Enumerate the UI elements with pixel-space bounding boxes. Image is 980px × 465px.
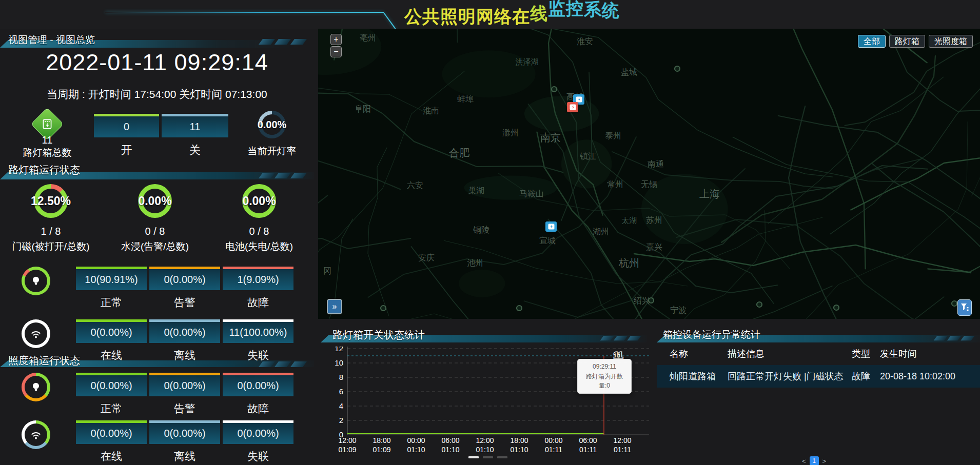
carousel-dot-3[interactable]: [497, 456, 507, 458]
page-title-part: 线: [530, 2, 548, 26]
status-value: 0(0.00%): [76, 375, 147, 396]
table-cell: 回路正常开灯失败 |门磁状态: [728, 370, 852, 382]
page-title-part: 控: [566, 0, 584, 21]
map-layer-button-lamp-box[interactable]: 路灯箱: [889, 35, 925, 48]
map-road: [928, 242, 980, 272]
status-value: 11(100.00%): [223, 322, 293, 343]
map-layer-buttons: 全部路灯箱光照度箱: [858, 35, 973, 48]
table-cell: 20-08-18 10:02:00: [880, 371, 980, 382]
chart-x-tick-label: 00:0001:10: [407, 436, 425, 454]
sensor-donut-ratio: 0 / 8: [124, 226, 186, 237]
decor-slashes: [261, 361, 305, 367]
wifi-status-ring: [22, 319, 50, 348]
status-ring-hole: [25, 376, 47, 398]
cycle-info: 当周期 : 开灯时间 17:54:00 关灯时间 07:13:00: [0, 87, 314, 102]
map-city-label: 阜阳: [355, 104, 371, 115]
lamp-box-alarm-marker[interactable]: [567, 102, 578, 112]
page-title-part: 监: [548, 0, 566, 21]
map-zoom-out-button[interactable]: −: [330, 46, 342, 57]
map-city-label: 滁州: [502, 128, 519, 138]
map-city-label: 淮南: [423, 106, 439, 116]
map-layer-button-all[interactable]: 全部: [858, 35, 886, 48]
status-label: 告警: [149, 295, 220, 310]
table-row[interactable]: 灿阳道路箱回路正常开灯失败 |门磁状态故障20-08-18 10:02:00: [657, 365, 980, 388]
dashboard-root: 公共照明网络在线监控系统 视图管理 - 视图总览 2022-01-11 09:2…: [0, 0, 980, 465]
carousel-dot-2[interactable]: [483, 456, 493, 458]
map-city-label: 亳州: [360, 33, 376, 44]
map-city-label: 无锡: [641, 179, 657, 190]
map-road: [370, 29, 458, 42]
status-stat-box: 0(0.00%)故障: [223, 373, 293, 416]
page-title-part: 公共照明网络在: [404, 5, 530, 29]
chart-y-tick-label: 8: [339, 373, 343, 381]
map-filter-button[interactable]: [957, 299, 972, 316]
chart-x-tick-label: 18:0001:10: [510, 436, 528, 454]
map-road: [318, 182, 410, 249]
status-stat-box: 10(90.91%)正常: [76, 267, 147, 310]
sensor-donut-ratio: 1 / 8: [20, 226, 82, 237]
decor-slashes: [602, 336, 639, 340]
page-title-part: 系: [584, 0, 602, 22]
lamps-on-value: 0: [94, 116, 159, 137]
map-city-label: 镇江: [580, 151, 596, 162]
section-title-lux-box-status: 照度箱运行状态: [8, 354, 80, 368]
lamp-box-marker[interactable]: [545, 221, 557, 232]
chart-x-tick-label: 18:0001:09: [373, 436, 390, 454]
abnormal-device-table-panel: 箱控设备运行异常统计 名称描述信息类型发生时间 灿阳道路箱回路正常开灯失败 |门…: [657, 328, 980, 465]
map-canvas[interactable]: 亳州淮安洪泽湖盐城阜阳淮南蚌埠高邮滁州南京泰州合肥镇江南通常州无锡上海六安巢湖马…: [318, 29, 980, 319]
status-label: 离线: [149, 348, 220, 362]
sensor-donut-percent: 12.50%: [31, 194, 71, 208]
map-town-node: [381, 306, 386, 311]
wifi-icon: [29, 428, 43, 442]
status-label: 失联: [223, 348, 293, 362]
map-zoom-in-button[interactable]: +: [330, 34, 342, 45]
status-value: 0(0.00%): [149, 322, 220, 343]
chart-x-tick-label: 06:0001:10: [441, 436, 459, 454]
status-stat-box: 0(0.00%)告警: [149, 267, 220, 310]
status-label: 正常: [76, 401, 147, 416]
map-layer-button-lux-box[interactable]: 光照度箱: [929, 35, 973, 48]
table-column-header: 类型: [852, 348, 880, 360]
map-city-label: 绍兴: [634, 296, 650, 307]
map-city-label: 太湖: [621, 216, 637, 226]
lamp-box-switch-chart-panel: 路灯箱开关状态统计 0246810121112:0001:0918:0001:0…: [321, 328, 654, 465]
map-city-label: 六安: [407, 180, 423, 191]
map-expand-button[interactable]: »: [327, 299, 342, 314]
status-label: 正常: [76, 295, 147, 310]
pagination-page-1[interactable]: 1: [810, 456, 819, 465]
carousel-dot-1[interactable]: [468, 456, 479, 458]
map-town-node: [552, 87, 557, 92]
chart-y-tick-label: 4: [339, 401, 343, 410]
status-label: 告警: [149, 401, 220, 416]
map-city-label: 盐城: [621, 67, 637, 78]
status-label: 失联: [223, 449, 293, 463]
wifi-status-ring: [22, 420, 50, 449]
sensor-donut: 0.00%: [242, 184, 276, 218]
lamps-on-box: 0 开: [94, 114, 159, 158]
sensor-donut-label: 电池(失电/总数): [225, 240, 293, 253]
cabinet-icon: [41, 117, 54, 131]
status-stat-box: 0(0.00%)正常: [76, 373, 147, 416]
map-road: [444, 217, 822, 284]
status-value: 1(9.09%): [223, 269, 293, 290]
map-city-label: 南京: [540, 131, 561, 145]
chart-tooltip: 09:29:11 路灯箱为开数量:0: [577, 359, 632, 394]
map-city-label: 苏州: [646, 215, 662, 226]
status-value: 0(0.00%): [76, 423, 147, 444]
status-ring-hole: [25, 423, 47, 446]
wifi-icon: [29, 327, 43, 341]
status-label: 在线: [76, 348, 147, 362]
filter-icon: [961, 303, 969, 312]
pagination-next-button[interactable]: >: [822, 457, 827, 465]
pagination-prev-button[interactable]: <: [802, 457, 806, 465]
map-city-label: 湖州: [593, 227, 609, 237]
status-stat-box: 1(9.09%)故障: [223, 267, 293, 310]
on-rate-donut: 0.00%: [258, 111, 286, 138]
sensor-donut-percent: 0.00%: [138, 194, 171, 208]
status-stat-box: 11(100.00%)失联: [223, 319, 293, 362]
map-road: [318, 71, 464, 319]
map-city-label: 合肥: [449, 146, 469, 160]
sensor-donut: 12.50%: [34, 184, 68, 218]
lamp-box-total-label: 路灯箱总数: [6, 146, 88, 159]
status-ring-hole: [25, 322, 47, 345]
